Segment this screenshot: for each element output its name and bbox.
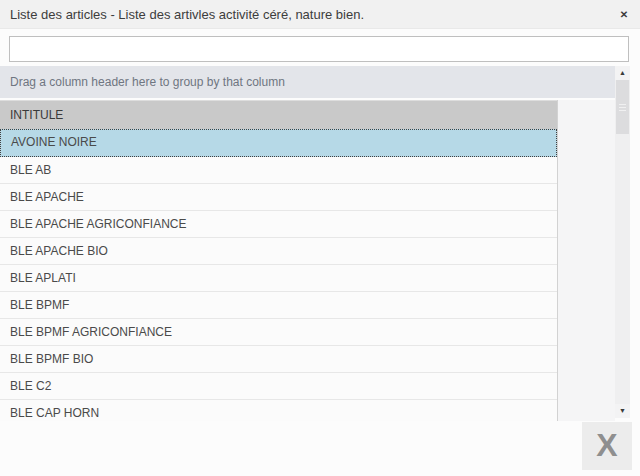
- scrollbar-grip-icon: [619, 104, 626, 111]
- vertical-scrollbar[interactable]: ▲ ▼: [615, 66, 630, 418]
- scroll-up-icon[interactable]: ▲: [615, 66, 630, 80]
- scroll-down-icon[interactable]: ▼: [615, 404, 630, 418]
- titlebar: Liste des articles - Liste des artivles …: [0, 0, 640, 29]
- scrollbar-thumb[interactable]: [616, 80, 629, 134]
- list-item[interactable]: BLE BPMF AGRICONFIANCE: [0, 319, 557, 346]
- close-icon[interactable]: ✕: [615, 0, 633, 29]
- list-item[interactable]: BLE APACHE BIO: [0, 238, 557, 265]
- articles-list-dialog: Liste des articles - Liste des artivles …: [0, 0, 640, 476]
- list-item[interactable]: BLE BPMF: [0, 292, 557, 319]
- list-item[interactable]: BLE APLATI: [0, 265, 557, 292]
- list-item[interactable]: BLE APACHE AGRICONFIANCE: [0, 211, 557, 238]
- grid-empty-area: [557, 100, 615, 421]
- group-by-hint: Drag a column header here to group by th…: [0, 66, 615, 98]
- group-by-drop-zone[interactable]: Drag a column header here to group by th…: [0, 66, 615, 98]
- list-item[interactable]: BLE C2: [0, 373, 557, 400]
- search-input[interactable]: [9, 36, 629, 62]
- column-header-intitule[interactable]: INTITULE: [0, 100, 557, 129]
- page-title: Liste des articles - Liste des artivles …: [10, 0, 364, 29]
- list-item[interactable]: BLE BPMF BIO: [0, 346, 557, 373]
- list-item[interactable]: BLE APACHE: [0, 184, 557, 211]
- list-item[interactable]: BLE AB: [0, 157, 557, 184]
- list-item[interactable]: BLE CAP HORN: [0, 400, 557, 421]
- close-dialog-button[interactable]: X: [582, 422, 632, 470]
- list-item[interactable]: AVOINE NOIRE: [0, 129, 557, 157]
- grid-rows: AVOINE NOIREBLE ABBLE APACHEBLE APACHE A…: [0, 129, 557, 421]
